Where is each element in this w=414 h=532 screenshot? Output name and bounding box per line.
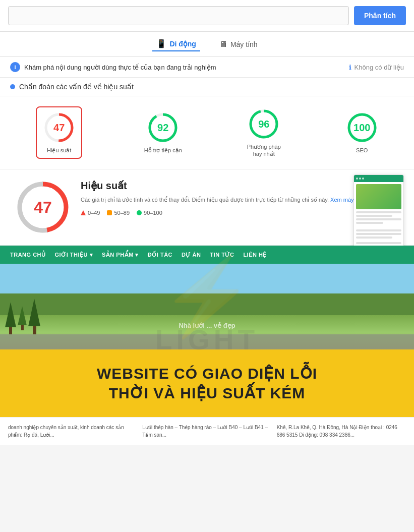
score-circle-bestpractices: 96	[248, 108, 280, 140]
nav-item-products[interactable]: SẢN PHẨM ▾	[102, 252, 139, 258]
legend-range-orange: 50–89	[114, 210, 130, 216]
footer-col-3: Khê, R.La Khê, Q. Hà Đông, Hà Nội Điện t…	[277, 424, 406, 439]
yellow-banner-line1: WEBSITE CÓ GIAO DIỆN LỖI	[15, 364, 399, 383]
desktop-icon: 🖥	[219, 40, 227, 49]
info-bar: i Khám phá nội dung người dùng thực tế c…	[0, 57, 414, 78]
score-value-seo: 100	[353, 122, 370, 134]
question-icon: ℹ	[349, 64, 351, 71]
info-icon: i	[10, 62, 20, 72]
green-nav-bar: TRANG CHỦ GIỚI THIỆU ▾ SẢN PHẨM ▾ ĐỐI TÁ…	[0, 246, 414, 264]
large-score-number: 47	[34, 198, 52, 217]
mobile-text-7	[356, 237, 392, 239]
score-label-performance: Hiệu suất	[47, 147, 71, 154]
mobile-text-6	[356, 233, 401, 235]
legend-triangle-red	[81, 210, 86, 215]
legend-item-orange: 50–89	[107, 210, 130, 216]
nav-dot-1	[356, 178, 358, 180]
score-detail-title: Hiệu suất	[81, 180, 399, 192]
score-circle-seo: 100	[346, 111, 378, 144]
mobile-text-3	[356, 218, 401, 220]
score-value-bestpractices: 96	[258, 118, 269, 130]
road	[0, 334, 414, 349]
mobile-text-2	[356, 215, 392, 217]
yellow-banner: WEBSITE CÓ GIAO DIỆN LỖI THỜI VÀ HIỆU SU…	[0, 349, 414, 417]
mobile-content	[354, 182, 403, 251]
tab-mobile-label: Di động	[169, 40, 196, 48]
top-bar: Phân tích	[0, 0, 414, 32]
nav-item-contact[interactable]: LIÊN HỆ	[243, 252, 267, 258]
nav-item-about[interactable]: GIỚI THIỆU ▾	[55, 252, 93, 258]
score-item-performance[interactable]: 47 Hiệu suất	[36, 106, 82, 159]
score-circle-performance: 47	[43, 111, 75, 144]
scores-row: 47 Hiệu suất 92 Hỗ trợ tiếp cận 96 Phươn…	[0, 96, 414, 169]
section-title: Chẩn đoán các vấn đề về hiệu suất	[19, 83, 134, 91]
preview-area: 47 Hiệu suất Các giá trị chỉ là ước tính…	[0, 169, 414, 445]
score-item-seo[interactable]: 100 SEO	[346, 111, 378, 154]
mobile-text-5	[356, 229, 401, 231]
score-label-accessibility: Hỗ trợ tiếp cận	[144, 147, 182, 154]
info-text: Khám phá nội dung người dùng thực tế của…	[24, 64, 216, 71]
legend-square-orange	[107, 210, 112, 215]
tab-desktop[interactable]: 🖥 Máy tính	[215, 37, 262, 51]
section-dot-icon	[10, 84, 15, 89]
legend-range-red: 0–49	[88, 210, 100, 216]
legend-dot-green	[137, 210, 142, 215]
device-tabs: 📱 Di động 🖥 Máy tính	[0, 32, 414, 57]
mobile-text-4	[356, 222, 383, 224]
url-input[interactable]	[8, 6, 349, 25]
landscape-overlay-text: Nhà lưới ... vẻ đẹp	[179, 322, 235, 329]
score-legend: 0–49 50–89 90–100	[81, 210, 399, 216]
mobile-icon: 📱	[156, 39, 166, 48]
mobile-img	[356, 184, 401, 209]
score-circle-accessibility: 92	[147, 111, 179, 144]
nav-dot-3	[362, 178, 364, 180]
legend-item-red: 0–49	[81, 210, 100, 216]
landscape-photo: Nhà lưới ... vẻ đẹp	[0, 264, 414, 349]
footer-preview: doanh nghiệp chuyên sản xuất, kinh doanh…	[0, 417, 414, 445]
mobile-mockup	[353, 174, 404, 252]
nav-item-news[interactable]: TIN TỨC	[210, 252, 234, 258]
nav-dot-2	[359, 178, 361, 180]
score-detail-section: 47 Hiệu suất Các giá trị chỉ là ước tính…	[0, 169, 414, 246]
legend-range-green: 90–100	[144, 210, 162, 216]
score-detail-desc: Các giá trị chỉ là ước tính và có thể th…	[81, 196, 399, 205]
mobile-text-1	[356, 211, 401, 213]
footer-col-2: Lưới thép hàn – Thép hàng rào – Lưới B40…	[142, 424, 271, 439]
trees-left	[5, 299, 40, 334]
analyze-button[interactable]: Phân tích	[354, 6, 406, 25]
nav-item-home[interactable]: TRANG CHỦ	[10, 252, 46, 258]
legend-item-green: 90–100	[137, 210, 162, 216]
no-data-text: Không có dữ liệu	[354, 64, 404, 71]
tab-mobile[interactable]: 📱 Di động	[152, 37, 200, 51]
score-item-bestpractices[interactable]: 96 Phương pháp hay nhất	[244, 108, 284, 158]
score-label-seo: SEO	[356, 147, 368, 154]
score-value-performance: 47	[53, 122, 65, 134]
nav-item-projects[interactable]: DỰ ÁN	[182, 252, 201, 258]
info-left: i Khám phá nội dung người dùng thực tế c…	[10, 62, 216, 72]
score-label-bestpractices: Phương pháp hay nhất	[244, 143, 284, 158]
yellow-banner-line2: THỜI VÀ HIỆU SUẤT KÉM	[15, 383, 399, 403]
footer-col-1: doanh nghiệp chuyên sản xuất, kinh doanh…	[8, 424, 137, 439]
no-data-link[interactable]: ℹ Không có dữ liệu	[349, 64, 404, 71]
score-value-accessibility: 92	[157, 122, 168, 134]
tab-desktop-label: Máy tính	[230, 40, 258, 48]
mobile-text-8	[356, 242, 401, 244]
nav-item-partners[interactable]: ĐỐI TÁC	[148, 252, 172, 258]
section-header: Chẩn đoán các vấn đề về hiệu suất	[0, 78, 414, 96]
score-detail-text: Hiệu suất Các giá trị chỉ là ước tính và…	[81, 180, 399, 216]
large-score-circle: 47	[15, 180, 71, 235]
score-item-accessibility[interactable]: 92 Hỗ trợ tiếp cận	[144, 111, 182, 154]
mobile-nav-bar	[354, 175, 403, 182]
